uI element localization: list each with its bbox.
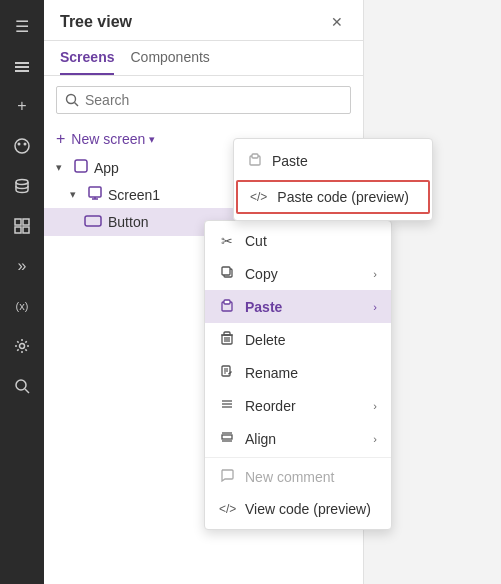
menu-delete[interactable]: Delete xyxy=(205,323,391,356)
chevron-right-double-icon[interactable]: » xyxy=(4,248,40,284)
tree-panel: Tree view ✕ Screens Components + New scr… xyxy=(44,0,364,584)
rename-icon xyxy=(219,364,235,381)
variable-icon[interactable]: (x) xyxy=(4,288,40,324)
svg-point-3 xyxy=(15,139,29,153)
menu-divider xyxy=(205,457,391,458)
align-icon xyxy=(219,430,235,447)
submenu-panel: Paste </> Paste code (preview) xyxy=(233,138,433,221)
database-icon[interactable] xyxy=(4,168,40,204)
button-icon xyxy=(84,215,102,230)
submenu-code-icon: </> xyxy=(250,190,267,204)
settings-icon[interactable] xyxy=(4,328,40,364)
new-screen-label: New screen xyxy=(71,131,145,147)
dropdown-arrow-icon: ▾ xyxy=(149,133,155,146)
svg-rect-30 xyxy=(224,332,230,335)
menu-reorder[interactable]: Reorder › xyxy=(205,389,391,422)
svg-rect-1 xyxy=(15,66,29,68)
menu-paste[interactable]: Paste › xyxy=(205,290,391,323)
svg-point-6 xyxy=(16,180,28,185)
svg-rect-2 xyxy=(15,70,29,72)
svg-rect-42 xyxy=(252,154,258,158)
svg-rect-17 xyxy=(89,187,101,197)
copy-arrow-icon: › xyxy=(373,268,377,280)
paste-arrow-icon: › xyxy=(373,301,377,313)
copy-icon xyxy=(219,265,235,282)
align-arrow-icon: › xyxy=(373,433,377,445)
svg-rect-20 xyxy=(85,216,101,226)
submenu-paste-icon xyxy=(248,152,262,169)
context-menu: ✂ Cut Copy › Paste › xyxy=(204,220,392,530)
menu-delete-label: Delete xyxy=(245,332,377,348)
comment-icon xyxy=(219,468,235,485)
svg-point-5 xyxy=(24,143,27,146)
submenu-paste-code[interactable]: </> Paste code (preview) xyxy=(236,180,430,214)
tab-screens[interactable]: Screens xyxy=(60,41,114,75)
submenu-paste-label: Paste xyxy=(272,153,418,169)
svg-point-14 xyxy=(67,95,76,104)
svg-rect-16 xyxy=(75,160,87,172)
tab-components[interactable]: Components xyxy=(130,41,209,75)
code-icon: </> xyxy=(219,502,235,516)
search-icon[interactable] xyxy=(4,368,40,404)
menu-rename-label: Rename xyxy=(245,365,377,381)
search-box-icon xyxy=(65,93,79,107)
svg-point-4 xyxy=(18,143,21,146)
app-icon xyxy=(74,159,88,176)
chevron-down-icon-screen: ▾ xyxy=(70,188,84,201)
submenu-paste-code-label: Paste code (preview) xyxy=(277,189,416,205)
svg-rect-7 xyxy=(15,219,21,225)
sidebar: ☰ + » (x) xyxy=(0,0,44,584)
svg-rect-0 xyxy=(15,62,29,64)
svg-line-13 xyxy=(25,389,29,393)
screen-icon xyxy=(88,186,102,203)
menu-rename[interactable]: Rename xyxy=(205,356,391,389)
reorder-arrow-icon: › xyxy=(373,400,377,412)
svg-rect-8 xyxy=(23,219,29,225)
close-icon[interactable]: ✕ xyxy=(327,12,347,32)
svg-line-15 xyxy=(75,103,79,107)
plus-icon: + xyxy=(56,130,65,148)
components-icon[interactable] xyxy=(4,208,40,244)
delete-icon xyxy=(219,331,235,348)
submenu-paste[interactable]: Paste xyxy=(234,143,432,178)
svg-rect-22 xyxy=(222,267,230,275)
menu-new-comment: New comment xyxy=(205,460,391,493)
menu-cut[interactable]: ✂ Cut xyxy=(205,225,391,257)
chevron-down-icon: ▾ xyxy=(56,161,70,174)
reorder-icon xyxy=(219,397,235,414)
menu-align[interactable]: Align › xyxy=(205,422,391,455)
cut-icon: ✂ xyxy=(219,233,235,249)
menu-new-comment-label: New comment xyxy=(245,469,377,485)
menu-copy-label: Copy xyxy=(245,266,373,282)
svg-rect-39 xyxy=(222,435,232,439)
menu-copy[interactable]: Copy › xyxy=(205,257,391,290)
search-box xyxy=(56,86,351,114)
palette-icon[interactable] xyxy=(4,128,40,164)
svg-rect-10 xyxy=(23,227,29,233)
menu-paste-label: Paste xyxy=(245,299,373,315)
menu-view-code[interactable]: </> View code (preview) xyxy=(205,493,391,525)
tree-header: Tree view ✕ xyxy=(44,0,363,41)
tree-title: Tree view xyxy=(60,13,132,31)
tabs-row: Screens Components xyxy=(44,41,363,76)
svg-point-12 xyxy=(16,380,26,390)
svg-rect-9 xyxy=(15,227,21,233)
paste-icon xyxy=(219,298,235,315)
add-icon[interactable]: + xyxy=(4,88,40,124)
svg-rect-24 xyxy=(224,300,230,304)
menu-cut-label: Cut xyxy=(245,233,377,249)
svg-point-11 xyxy=(20,344,25,349)
search-input[interactable] xyxy=(85,92,342,108)
menu-view-code-label: View code (preview) xyxy=(245,501,377,517)
menu-align-label: Align xyxy=(245,431,373,447)
hamburger-icon[interactable]: ☰ xyxy=(4,8,40,44)
menu-reorder-label: Reorder xyxy=(245,398,373,414)
layers-icon[interactable] xyxy=(4,48,40,84)
